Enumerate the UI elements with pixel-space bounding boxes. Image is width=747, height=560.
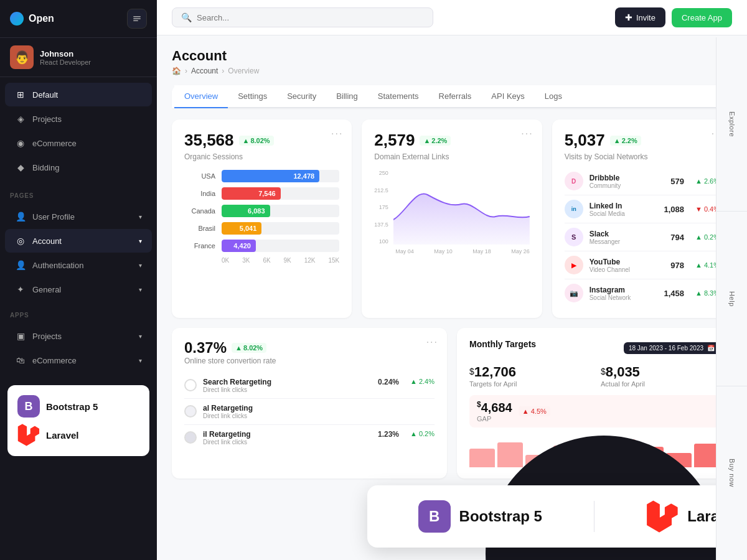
tab-statements[interactable]: Statements [368, 85, 429, 108]
social-visits-value: 5,037 ▲ 2.2% [565, 131, 720, 150]
general-icon: ✦ [15, 284, 26, 295]
sidebar-item-general[interactable]: ✦ General ▾ [5, 278, 152, 301]
social-row-slack: S Slack Messanger 794 ▲ 0.2% [565, 223, 720, 251]
search-icon: 🔍 [181, 12, 192, 22]
grid-icon: ⊞ [15, 89, 26, 100]
dribbble-icon: D [565, 172, 583, 190]
apps-section-label: APPS [0, 304, 157, 321]
social-row-dribbble: D Dribbble Community 579 ▲ 2.6% [565, 167, 720, 195]
create-app-button[interactable]: Create App [672, 8, 732, 27]
projects-icon: ◈ [15, 113, 26, 124]
card-more-button[interactable]: ··· [521, 128, 533, 139]
monthly-targets-card: Monthly Targets 18 Jan 2023 - 16 Feb 202… [457, 328, 732, 478]
sidebar-item-ecommerce[interactable]: ◉ eCommerce [5, 131, 152, 155]
breadcrumb-account[interactable]: Account [191, 67, 218, 75]
retarget-icon [184, 405, 197, 418]
bootstrap-icon: B [418, 500, 451, 533]
sidebar-item-default[interactable]: ⊞ Default [5, 83, 152, 106]
tab-logs[interactable]: Logs [535, 85, 572, 108]
sidebar-header: Open [0, 0, 157, 38]
bar-axis: 0K3K6K9K12K15K [184, 257, 339, 264]
tab-settings[interactable]: Settings [228, 85, 277, 108]
card-more-button[interactable]: ··· [331, 128, 343, 139]
tab-overview[interactable]: Overview [174, 85, 228, 108]
social-row-youtube: ▶ YouTube Video Channel 978 ▲ 4.1% [565, 251, 720, 279]
organic-sessions-value: 35,568 ▲ 8.02% [184, 131, 339, 150]
breadcrumb: 🏠 › Account › Overview [172, 67, 732, 75]
card-more-button[interactable]: ··· [426, 337, 438, 348]
svg-rect-1 [133, 18, 141, 19]
sidebar-item-bidding[interactable]: ◆ Bidding [5, 156, 152, 179]
conversion-rate-value: 0.37% ▲ 8.02% [184, 339, 435, 357]
line-chart-svg [393, 170, 530, 245]
sidebar-item-authentication[interactable]: 👤 Authentication ▾ [5, 253, 152, 277]
sidebar-item-label: Default [32, 90, 58, 100]
tab-referrals[interactable]: Referrals [429, 85, 482, 108]
user-card: 👨 Johnson React Developer [0, 38, 157, 77]
sidebar-item-label: Bidding [32, 163, 59, 172]
social-list: D Dribbble Community 579 ▲ 2.6% in Linke… [565, 167, 720, 307]
search-input[interactable] [197, 13, 424, 22]
sidebar-item-app-ecommerce[interactable]: 🛍 eCommerce ▾ [5, 348, 152, 372]
invite-button[interactable]: ✚ Invite [615, 7, 665, 27]
breadcrumb-current: Overview [228, 67, 259, 75]
page-header: Account 🏠 › Account › Overview [172, 48, 732, 75]
app-name: Open [29, 13, 54, 24]
sidebar-item-projects[interactable]: ◈ Projects [5, 107, 152, 131]
conversion-card: ··· 0.37% ▲ 8.02% Online store convertio… [172, 328, 447, 478]
user-name: Johnson [40, 49, 147, 58]
svg-rect-0 [133, 16, 141, 17]
breadcrumb-separator: › [222, 67, 224, 75]
sidebar-item-label: Account [32, 236, 62, 246]
promo-overlay: B Bootstrap 5 Laravel [367, 485, 747, 548]
organic-sessions-card: ··· 35,568 ▲ 8.02% Organic Sessions USA … [172, 119, 352, 318]
bootstrap-icon: B [17, 395, 40, 418]
domain-links-value: 2,579 ▲ 2.2% [374, 131, 529, 150]
help-panel-button[interactable]: Help [716, 212, 747, 386]
pages-section-label: PAGES [0, 185, 157, 202]
sidebar-item-user-profile[interactable]: 👤 User Profile ▾ [5, 205, 152, 228]
line-chart: 250 212.5 175 137.5 100 [374, 170, 529, 254]
explore-panel-button[interactable]: Explore [716, 37, 747, 212]
sidebar-toggle-button[interactable] [127, 9, 147, 29]
bar-chart: USA 12,478 India 7,546 Canada [184, 170, 339, 264]
retarget-item-search: Search Retargeting Direct link clicks 0.… [184, 373, 435, 399]
user-info: Johnson React Developer [40, 49, 147, 66]
sidebar-item-label: Projects [32, 332, 62, 341]
bar-row-france: France 4,420 [184, 240, 339, 252]
calendar-icon: 📅 [707, 345, 715, 352]
buy-now-panel-button[interactable]: Buy now [716, 386, 747, 560]
account-icon: ◎ [15, 235, 26, 246]
chevron-down-icon: ▾ [139, 357, 142, 364]
sidebar-item-app-projects[interactable]: ▣ Projects ▾ [5, 324, 152, 348]
sidebar-item-label: User Profile [32, 212, 75, 222]
slack-icon: S [565, 228, 583, 246]
social-visits-label: Visits by Social Networks [565, 152, 720, 161]
domain-links-label: Domain External Links [374, 152, 529, 161]
bootstrap-label: Bootstrap 5 [46, 401, 98, 412]
explore-label: Explore [728, 111, 736, 137]
retarget-icon [184, 379, 197, 391]
tab-security[interactable]: Security [277, 85, 326, 108]
side-panels: Explore Help Buy now [716, 37, 747, 560]
app-logo: Open [10, 12, 54, 26]
main-area: 🔍 ✚ Invite Create App Account 🏠 › Accoun… [157, 0, 747, 560]
topbar-right: ✚ Invite Create App [615, 7, 732, 27]
ecommerce-icon: ◉ [15, 138, 26, 149]
chevron-down-icon: ▾ [139, 262, 142, 269]
page-content: Account 🏠 › Account › Overview Overview … [157, 35, 747, 560]
target-stats: $12,706 Targets for April $8,035 Actual … [469, 364, 720, 388]
tab-billing[interactable]: Billing [326, 85, 368, 108]
laravel-icon [17, 424, 40, 446]
tabs: Overview Settings Security Billing State… [174, 85, 730, 108]
tab-api-keys[interactable]: API Keys [481, 85, 534, 108]
search-box: 🔍 [172, 7, 433, 27]
youtube-icon: ▶ [565, 256, 583, 274]
targets-title: Monthly Targets [469, 339, 536, 349]
laravel-icon [646, 500, 679, 533]
social-row-linkedin: in Linked In Social Media 1,088 ▼ 0.4% [565, 195, 720, 223]
sidebar-item-label: Projects [32, 114, 62, 124]
organic-sessions-badge: ▲ 8.02% [239, 136, 274, 146]
linkedin-icon: in [565, 200, 583, 218]
sidebar-item-account[interactable]: ◎ Account ▾ [5, 229, 152, 253]
